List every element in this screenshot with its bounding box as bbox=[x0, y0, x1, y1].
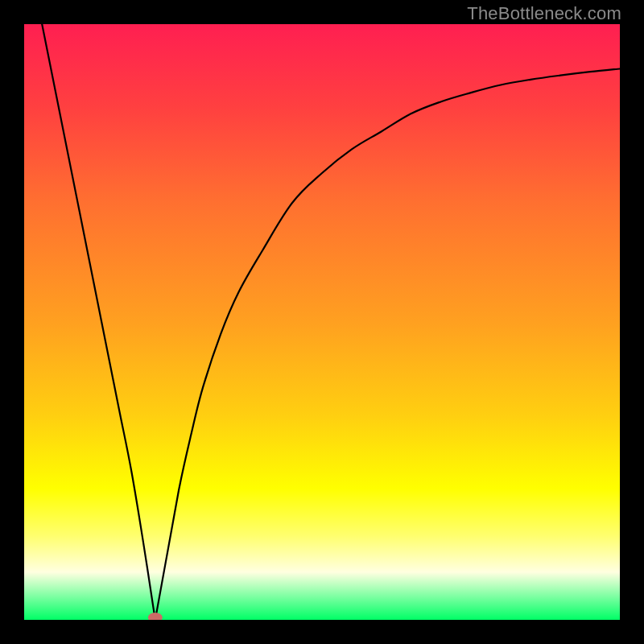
optimum-marker bbox=[148, 613, 163, 620]
attribution-label: TheBottleneck.com bbox=[467, 3, 621, 24]
chart-svg bbox=[24, 24, 620, 620]
chart-frame: TheBottleneck.com bbox=[0, 0, 644, 644]
bottleneck-curve bbox=[42, 24, 620, 620]
plot-area bbox=[24, 24, 620, 620]
